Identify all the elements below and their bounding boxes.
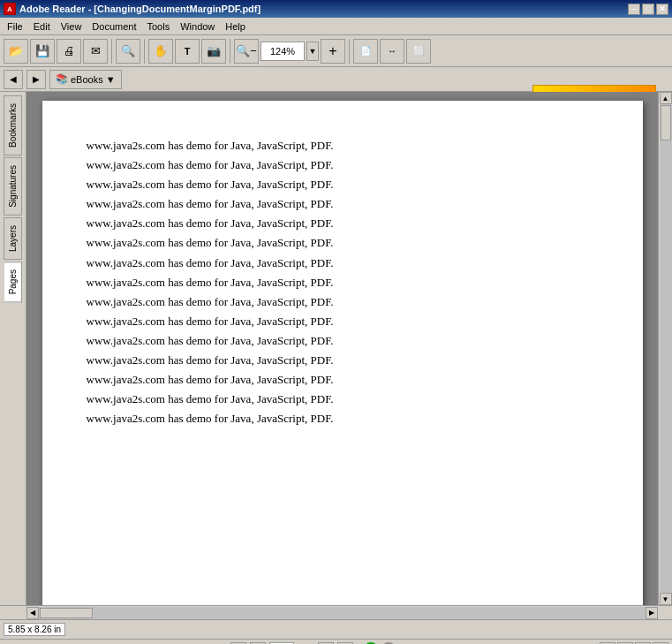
pdf-line-14: www.java2s.com has demo for Java, JavaSc…	[87, 390, 599, 409]
pdf-page: www.java2s.com has demo for Java, JavaSc…	[42, 101, 643, 605]
sidebar: Bookmarks Signatures Layers Pages	[0, 92, 26, 605]
sidebar-tab-pages[interactable]: Pages	[4, 261, 22, 302]
menu-document[interactable]: Document	[87, 19, 141, 34]
scroll-left-button[interactable]: ◀	[26, 607, 39, 619]
page-size-label: 5.85 x 8.26 in	[4, 623, 65, 636]
fit-page-button[interactable]: 📄	[353, 39, 378, 64]
actual-size-button[interactable]: ⬜	[406, 39, 431, 64]
status-bar: 5.85 x 8.26 in	[0, 619, 672, 639]
menu-edit[interactable]: Edit	[28, 19, 56, 34]
pdf-line-11: www.java2s.com has demo for Java, JavaSc…	[87, 331, 599, 351]
pdf-line-7: www.java2s.com has demo for Java, JavaSc…	[87, 254, 599, 273]
pdf-line-9: www.java2s.com has demo for Java, JavaSc…	[87, 292, 599, 312]
title-bar: A Adobe Reader - [ChangingDocumentMargin…	[0, 0, 672, 18]
separator2	[144, 39, 145, 64]
hand-tool[interactable]: ✋	[148, 39, 173, 64]
pdf-line-10: www.java2s.com has demo for Java, JavaSc…	[87, 312, 599, 331]
app-icon: A	[4, 3, 16, 15]
email-button[interactable]: ✉	[83, 39, 108, 64]
scroll-right-button[interactable]: ▶	[646, 607, 658, 619]
vertical-scrollbar: ▲ ▼	[658, 92, 672, 605]
horizontal-scrollbar: ◀ ▶	[0, 605, 672, 619]
sidebar-tab-layers[interactable]: Layers	[4, 217, 22, 260]
pdf-line-5: www.java2s.com has demo for Java, JavaSc…	[87, 214, 599, 233]
close-button[interactable]: ✕	[656, 4, 668, 15]
zoom-input[interactable]	[260, 42, 305, 61]
pdf-line-15: www.java2s.com has demo for Java, JavaSc…	[87, 409, 599, 428]
zoom-out-button[interactable]: 🔍−	[234, 39, 259, 64]
snapshot-tool[interactable]: 📷	[201, 39, 226, 64]
save-button[interactable]: 💾	[30, 39, 55, 64]
zoom-box: ▼	[260, 42, 319, 61]
menu-view[interactable]: View	[56, 19, 87, 34]
maximize-button[interactable]: □	[642, 4, 654, 15]
select-tool[interactable]: T	[175, 39, 200, 64]
scroll-track	[660, 104, 672, 593]
separator4	[349, 39, 350, 64]
pdf-line-3: www.java2s.com has demo for Java, JavaSc…	[87, 175, 599, 194]
menu-file[interactable]: File	[2, 19, 28, 34]
sidebar-tab-bookmarks[interactable]: Bookmarks	[4, 95, 22, 155]
pdf-line-13: www.java2s.com has demo for Java, JavaSc…	[87, 370, 599, 390]
h-scroll-track	[39, 607, 646, 619]
forward-button[interactable]: ▶	[26, 70, 46, 89]
separator1	[111, 39, 112, 64]
open-button[interactable]: 📂	[4, 39, 28, 64]
menu-tools[interactable]: Tools	[142, 19, 176, 34]
title-text: Adobe Reader - [ChangingDocumentMarginPD…	[19, 4, 260, 14]
h-scroll-thumb[interactable]	[40, 608, 93, 618]
zoom-in-button[interactable]: +	[321, 39, 345, 64]
main-area: Bookmarks Signatures Layers Pages www.ja…	[0, 92, 672, 605]
pdf-line-12: www.java2s.com has demo for Java, JavaSc…	[87, 351, 599, 370]
pdf-line-8: www.java2s.com has demo for Java, JavaSc…	[87, 273, 599, 292]
scroll-thumb[interactable]	[661, 105, 671, 140]
menu-help[interactable]: Help	[220, 19, 251, 34]
minimize-button[interactable]: ─	[628, 4, 640, 15]
pdf-line-2: www.java2s.com has demo for Java, JavaSc…	[87, 155, 599, 175]
fit-width-button[interactable]: ↔	[380, 39, 404, 64]
zoom-dropdown-arrow[interactable]: ▼	[306, 42, 319, 61]
ebooks-label: eBooks	[71, 74, 103, 85]
sidebar-tab-signatures[interactable]: Signatures	[4, 157, 22, 216]
menu-bar: File Edit View Document Tools Window Hel…	[0, 18, 672, 35]
search-button[interactable]: 🔍	[116, 39, 140, 64]
print-button[interactable]: 🖨	[57, 39, 81, 64]
pdf-line-6: www.java2s.com has demo for Java, JavaSc…	[87, 233, 599, 253]
back-button[interactable]: ◀	[4, 70, 23, 89]
pdf-line-1: www.java2s.com has demo for Java, JavaSc…	[87, 136, 599, 155]
ebooks-arrow: ▼	[106, 74, 116, 85]
pdf-line-4: www.java2s.com has demo for Java, JavaSc…	[87, 194, 599, 214]
menu-window[interactable]: Window	[175, 19, 220, 34]
pdf-scroll-area[interactable]: www.java2s.com has demo for Java, JavaSc…	[26, 92, 658, 605]
scroll-down-button[interactable]: ▼	[660, 593, 672, 605]
ebooks-icon: 📚	[56, 73, 68, 85]
toolbar-main: 📂 💾 🖨 ✉ 🔍 ✋ T 📷 🔍− ▼ + 📄 ↔ ⬜ Why wait? U…	[0, 35, 672, 67]
ebooks-button[interactable]: 📚 eBooks ▼	[49, 70, 122, 89]
separator3	[230, 39, 230, 64]
navigation-bar: ◀◀ ◀ of 4 ▶ ▶▶ ⬜ ▦ ⊞ ⊟	[0, 639, 672, 644]
scroll-up-button[interactable]: ▲	[660, 92, 672, 104]
